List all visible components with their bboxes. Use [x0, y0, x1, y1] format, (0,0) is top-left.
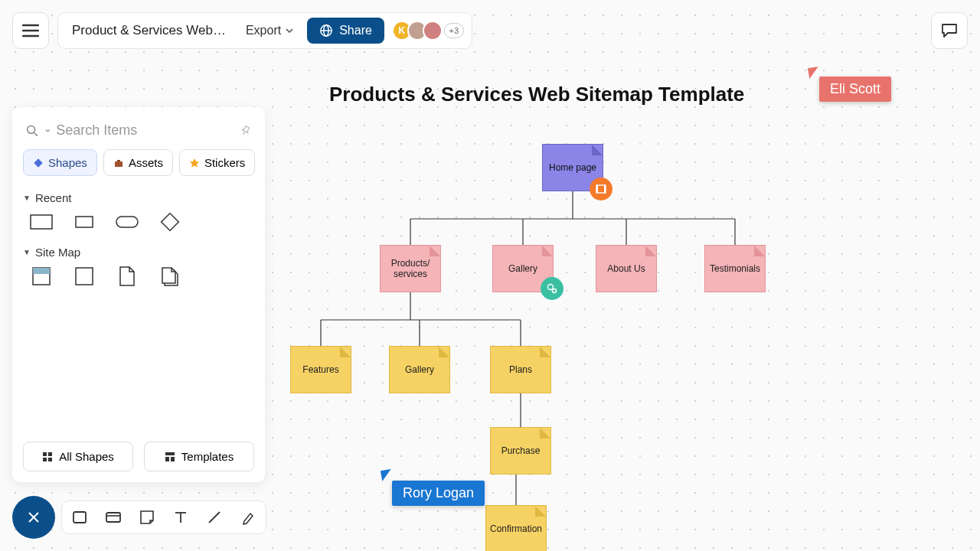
search-row — [23, 118, 254, 149]
node-plans[interactable]: Plans — [490, 346, 551, 393]
shape-document[interactable] — [115, 268, 139, 285]
tab-label: Shapes — [48, 156, 87, 169]
node-products[interactable]: Products/ services — [380, 245, 441, 292]
tool-text[interactable] — [171, 507, 191, 527]
svg-rect-21 — [48, 458, 52, 461]
chevron-down-icon — [286, 28, 293, 33]
svg-rect-18 — [43, 452, 47, 456]
film-icon — [595, 183, 607, 195]
close-icon — [26, 510, 41, 525]
svg-rect-10 — [117, 160, 120, 161]
svg-rect-14 — [162, 214, 179, 231]
svg-rect-27 — [74, 512, 86, 523]
node-gallery2[interactable]: Gallery — [389, 346, 450, 393]
shape-square[interactable] — [72, 268, 96, 285]
pin-icon[interactable] — [240, 124, 251, 138]
svg-rect-9 — [115, 161, 122, 167]
shape-pill[interactable] — [115, 214, 139, 230]
all-shapes-button[interactable]: All Shapes — [23, 442, 133, 471]
share-button[interactable]: Share — [307, 18, 384, 44]
svg-rect-13 — [116, 217, 138, 227]
shapes-panel: Shapes Assets Stickers ▼Recent ▼Site Map… — [12, 107, 265, 482]
node-purchase[interactable]: Purchase — [490, 427, 551, 474]
svg-rect-20 — [43, 458, 47, 461]
search-input[interactable] — [56, 122, 234, 139]
badge-gear[interactable] — [541, 277, 564, 300]
cursor-icon — [808, 67, 820, 79]
diamond-icon — [33, 158, 44, 168]
tool-strip — [61, 500, 266, 534]
gear-icon — [546, 282, 558, 295]
svg-rect-8 — [34, 158, 42, 167]
svg-point-49 — [548, 285, 554, 290]
svg-rect-16 — [33, 268, 50, 274]
canvas-title: Products & Services Web Sitemap Template — [329, 83, 744, 106]
node-confirmation[interactable]: Confirmation — [485, 505, 547, 551]
topbar: Product & Services Web… Export Share K +… — [57, 12, 472, 49]
shape-rectangle-small[interactable] — [72, 214, 96, 230]
chevron-down-icon[interactable] — [45, 129, 51, 133]
chat-icon — [940, 22, 959, 39]
cursor-label: Eli Scott — [819, 77, 891, 102]
tool-sticky[interactable] — [137, 507, 157, 527]
tab-label: Assets — [129, 156, 163, 169]
tool-rectangle[interactable] — [70, 507, 90, 527]
svg-rect-17 — [76, 268, 93, 285]
node-features[interactable]: Features — [290, 346, 351, 393]
svg-point-6 — [28, 126, 35, 133]
export-button[interactable]: Export — [238, 19, 301, 42]
shape-documents[interactable] — [158, 268, 182, 285]
svg-rect-22 — [165, 452, 175, 455]
document-title[interactable]: Product & Services Web… — [66, 23, 232, 38]
tool-line[interactable] — [204, 507, 224, 527]
svg-rect-48 — [604, 185, 606, 193]
svg-line-7 — [34, 132, 38, 135]
hamburger-icon — [22, 24, 39, 37]
grid-icon — [42, 452, 53, 462]
globe-icon — [319, 24, 333, 37]
collaborator-avatars: K +3 — [397, 21, 464, 41]
svg-line-32 — [209, 512, 220, 523]
recent-shapes — [23, 210, 254, 238]
svg-point-50 — [553, 289, 557, 293]
section-recent[interactable]: ▼Recent — [23, 191, 254, 204]
shape-rectangle[interactable] — [29, 214, 54, 230]
sitemap-shapes — [23, 265, 254, 292]
all-shapes-label: All Shapes — [59, 450, 114, 463]
badge-video[interactable] — [590, 178, 612, 201]
export-label: Export — [246, 24, 281, 37]
avatar[interactable] — [423, 21, 443, 41]
templates-button[interactable]: Templates — [144, 442, 254, 471]
svg-rect-24 — [171, 457, 175, 461]
svg-rect-47 — [596, 185, 598, 193]
layout-icon — [165, 452, 175, 462]
chat-button[interactable] — [931, 12, 968, 49]
panel-footer: All Shapes Templates — [23, 442, 254, 471]
shape-page-filled[interactable] — [29, 268, 54, 285]
panel-tabs: Shapes Assets Stickers — [23, 149, 254, 176]
cursor-label: Rory Logan — [392, 481, 485, 506]
svg-rect-28 — [106, 513, 120, 522]
tab-shapes[interactable]: Shapes — [23, 149, 97, 176]
menu-button[interactable] — [12, 12, 49, 49]
node-testimonials[interactable]: Testimonials — [704, 245, 766, 292]
tab-assets[interactable]: Assets — [103, 149, 173, 176]
star-icon — [189, 158, 200, 168]
tab-label: Stickers — [204, 156, 245, 169]
shape-diamond[interactable] — [158, 214, 182, 230]
svg-rect-12 — [76, 217, 93, 227]
tool-frame[interactable] — [103, 507, 123, 527]
tool-highlight[interactable] — [238, 507, 258, 527]
avatar-more[interactable]: +3 — [444, 23, 464, 38]
search-icon — [26, 123, 39, 139]
svg-rect-19 — [48, 452, 52, 456]
cursor-icon — [381, 469, 393, 481]
close-panel-button[interactable] — [12, 496, 55, 539]
svg-rect-23 — [165, 457, 169, 461]
tab-stickers[interactable]: Stickers — [179, 149, 255, 176]
node-about[interactable]: About Us — [596, 245, 657, 292]
templates-label: Templates — [181, 450, 234, 463]
briefcase-icon — [113, 158, 124, 168]
share-label: Share — [339, 24, 372, 37]
section-sitemap[interactable]: ▼Site Map — [23, 246, 254, 259]
